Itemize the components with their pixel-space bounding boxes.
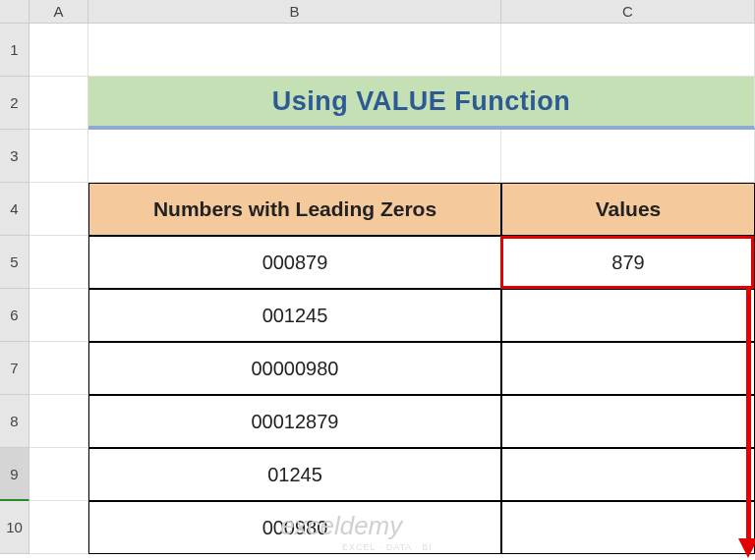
cell-a5[interactable] [29,236,88,289]
header-values[interactable]: Values [501,183,755,236]
cell-a4[interactable] [29,183,88,236]
cell-a6[interactable] [29,289,88,342]
row-header-5[interactable]: 5 [0,236,29,289]
row-header-3[interactable]: 3 [0,130,29,183]
cell-a10[interactable] [29,501,88,554]
header-leading-zeros[interactable]: Numbers with Leading Zeros [88,183,501,236]
row-header-9[interactable]: 9 [0,448,29,501]
cell-a1[interactable] [29,24,88,77]
cell-a7[interactable] [29,342,88,395]
cell-c5[interactable]: 879 [501,236,755,289]
cell-b9[interactable]: 01245 [88,448,501,501]
row-header-1[interactable]: 1 [0,24,29,77]
cell-a8[interactable] [29,395,88,448]
fill-arrow-line [746,287,751,540]
cell-c10[interactable] [501,501,755,554]
cell-c8[interactable] [501,395,755,448]
select-all-corner[interactable] [0,0,29,24]
cell-c3[interactable] [501,130,755,183]
cell-b10[interactable]: 000980 [88,501,501,554]
row-header-8[interactable]: 8 [0,395,29,448]
spreadsheet-grid: A B C 1 2 Using VALUE Function 3 4 Numbe… [0,0,755,554]
cell-a9[interactable] [29,448,88,501]
col-header-b[interactable]: B [88,0,501,24]
cell-b1[interactable] [88,24,501,77]
cell-c9[interactable] [501,448,755,501]
row-header-2[interactable]: 2 [0,77,29,130]
cell-b7[interactable]: 00000980 [88,342,501,395]
col-header-a[interactable]: A [29,0,88,24]
fill-arrow-head-icon [738,538,755,558]
cell-a3[interactable] [29,130,88,183]
col-header-c[interactable]: C [501,0,755,24]
title-cell[interactable]: Using VALUE Function [88,77,755,130]
cell-b6[interactable]: 001245 [88,289,501,342]
row-header-4[interactable]: 4 [0,183,29,236]
row-header-6[interactable]: 6 [0,289,29,342]
cell-b5[interactable]: 000879 [88,236,501,289]
cell-b3[interactable] [88,130,501,183]
cell-c7[interactable] [501,342,755,395]
cell-b8[interactable]: 00012879 [88,395,501,448]
cell-c6[interactable] [501,289,755,342]
row-header-7[interactable]: 7 [0,342,29,395]
cell-c1[interactable] [501,24,755,77]
cell-a2[interactable] [29,77,88,130]
row-header-10[interactable]: 10 [0,501,29,554]
